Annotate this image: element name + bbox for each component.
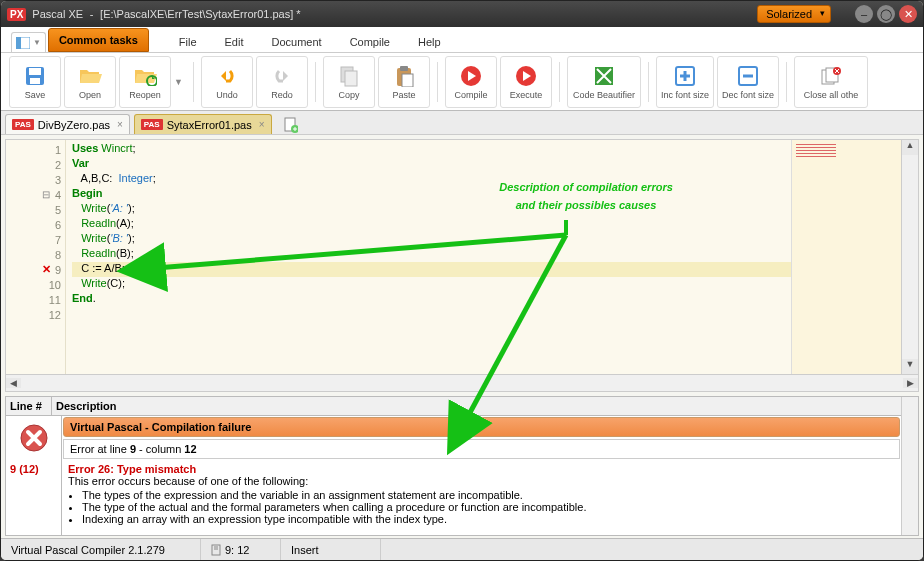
error-line-mark-icon: ✕	[42, 263, 51, 276]
status-cursor-pos: 9: 12	[201, 539, 281, 560]
close-others-icon	[819, 64, 843, 88]
close-tab-icon[interactable]: ×	[117, 119, 123, 130]
minus-icon	[736, 64, 760, 88]
theme-selector[interactable]: Solarized	[757, 5, 831, 23]
error-description-column: Virtual Pascal - Compilation failure Err…	[62, 416, 901, 535]
open-button[interactable]: Open	[64, 56, 116, 108]
beautifier-icon	[592, 64, 616, 88]
scroll-left-icon[interactable]: ◀	[6, 378, 21, 388]
menu-compile[interactable]: Compile	[336, 32, 404, 52]
undo-label: Undo	[216, 90, 238, 100]
view-dropdown[interactable]: ▼	[11, 32, 46, 52]
line-gutter: 1 2 3 ⊟4 5 6 7 8 ✕9 10 11 12	[6, 140, 66, 374]
close-others-button[interactable]: Close all othe	[794, 56, 868, 108]
menu-help[interactable]: Help	[404, 32, 455, 52]
compile-button[interactable]: Compile	[445, 56, 497, 108]
pas-badge-icon: PAS	[12, 119, 34, 130]
app-name: Pascal XE	[32, 8, 83, 20]
tab-common-tasks[interactable]: Common tasks	[48, 28, 149, 52]
error-table-header: Line # Description	[6, 397, 901, 416]
inc-font-button[interactable]: Inc font size	[656, 56, 714, 108]
chevron-down-icon: ▼	[33, 38, 41, 47]
titlebar: PX Pascal XE - [E:\PascalXE\ErrTest\Syta…	[1, 1, 923, 27]
close-tab-icon[interactable]: ×	[259, 119, 265, 130]
error-panel: Line # Description 9 (12) Virtual Pascal…	[5, 396, 919, 536]
incfont-label: Inc font size	[661, 90, 709, 100]
paste-icon	[392, 64, 416, 88]
svg-rect-7	[345, 71, 357, 86]
col-desc-header: Description	[52, 397, 901, 415]
beautifier-button[interactable]: Code Beautifier	[567, 56, 641, 108]
code-editor[interactable]: 1 2 3 ⊟4 5 6 7 8 ✕9 10 11 12 Uses Wincrt…	[5, 139, 919, 392]
svg-rect-1	[16, 37, 21, 49]
title-separator: -	[90, 8, 94, 20]
closeall-label: Close all othe	[804, 90, 859, 100]
paste-button[interactable]: Paste	[378, 56, 430, 108]
redo-label: Redo	[271, 90, 293, 100]
scroll-down-icon[interactable]: ▼	[902, 359, 918, 374]
separator	[559, 62, 560, 102]
error-badge-icon	[20, 424, 48, 452]
minimap[interactable]	[791, 140, 901, 374]
open-label: Open	[79, 90, 101, 100]
compile-icon	[459, 64, 483, 88]
execute-button[interactable]: Execute	[500, 56, 552, 108]
menu-document[interactable]: Document	[257, 32, 335, 52]
menu-edit[interactable]: Edit	[211, 32, 258, 52]
maximize-button[interactable]: ◯	[877, 5, 895, 23]
error-line-ref[interactable]: 9 (12)	[6, 460, 61, 478]
error-scrollbar[interactable]	[901, 397, 918, 535]
error-line-column: 9 (12)	[6, 416, 62, 535]
app-window: PX Pascal XE - [E:\PascalXE\ErrTest\Syta…	[0, 0, 924, 561]
error-cause-item: The type of the actual and the formal pa…	[82, 501, 895, 513]
status-compiler: Virtual Pascal Compiler 2.1.279	[1, 539, 201, 560]
plus-icon	[673, 64, 697, 88]
compilation-failure-row[interactable]: Virtual Pascal - Compilation failure	[63, 417, 900, 437]
folder-open-icon	[78, 64, 102, 88]
copy-icon	[337, 64, 361, 88]
minimize-button[interactable]: –	[855, 5, 873, 23]
execute-icon	[514, 64, 538, 88]
separator	[437, 62, 438, 102]
reopen-button[interactable]: Reopen	[119, 56, 171, 108]
separator	[315, 62, 316, 102]
tab-label: SytaxError01.pas	[167, 119, 252, 131]
code-content[interactable]: Uses Wincrt; Var A,B,C: Integer; Begin W…	[66, 140, 791, 374]
paste-label: Paste	[392, 90, 415, 100]
pas-badge-icon: PAS	[141, 119, 163, 130]
save-icon	[23, 64, 47, 88]
error-title: Error 26: Type mismatch	[68, 463, 895, 475]
scroll-right-icon[interactable]: ▶	[903, 378, 918, 388]
tab-syntaxerror[interactable]: PASSytaxError01.pas×	[134, 114, 272, 134]
copy-button[interactable]: Copy	[323, 56, 375, 108]
col-line-header: Line #	[6, 397, 52, 415]
ribbon-toolbar: Save Open Reopen ▼ Undo Redo Copy Paste …	[1, 53, 923, 111]
status-insert-mode: Insert	[281, 539, 381, 560]
new-document-button[interactable]	[282, 116, 300, 134]
redo-button[interactable]: Redo	[256, 56, 308, 108]
tab-divbyzero[interactable]: PASDivByZero.pas×	[5, 114, 130, 134]
close-button[interactable]: ✕	[899, 5, 917, 23]
error-cause-item: Indexing an array with an expression typ…	[82, 513, 895, 525]
scroll-up-icon[interactable]: ▲	[902, 140, 918, 155]
undo-icon	[215, 64, 239, 88]
tab-label: DivByZero.pas	[38, 119, 110, 131]
menubar: ▼ Common tasks File Edit Document Compil…	[1, 27, 923, 53]
redo-icon	[270, 64, 294, 88]
error-cause-item: The types of the expression and the vari…	[82, 489, 895, 501]
error-detail-row[interactable]: Error 26: Type mismatch This error occur…	[62, 460, 901, 528]
document-path: [E:\PascalXE\ErrTest\SytaxError01.pas] *	[100, 8, 301, 20]
horizontal-scrollbar[interactable]: ◀▶	[6, 374, 918, 391]
reopen-dropdown[interactable]: ▼	[174, 77, 186, 87]
compile-label: Compile	[454, 90, 487, 100]
copy-label: Copy	[338, 90, 359, 100]
beautifier-label: Code Beautifier	[573, 90, 635, 100]
undo-button[interactable]: Undo	[201, 56, 253, 108]
save-button[interactable]: Save	[9, 56, 61, 108]
window-title: Pascal XE - [E:\PascalXE\ErrTest\SytaxEr…	[32, 7, 757, 21]
dec-font-button[interactable]: Dec font size	[717, 56, 779, 108]
fold-icon[interactable]: ⊟	[41, 189, 51, 200]
menu-file[interactable]: File	[165, 32, 211, 52]
error-location-row[interactable]: Error at line 9 - column 12	[63, 439, 900, 459]
vertical-scrollbar[interactable]: ▲▼	[901, 140, 918, 374]
